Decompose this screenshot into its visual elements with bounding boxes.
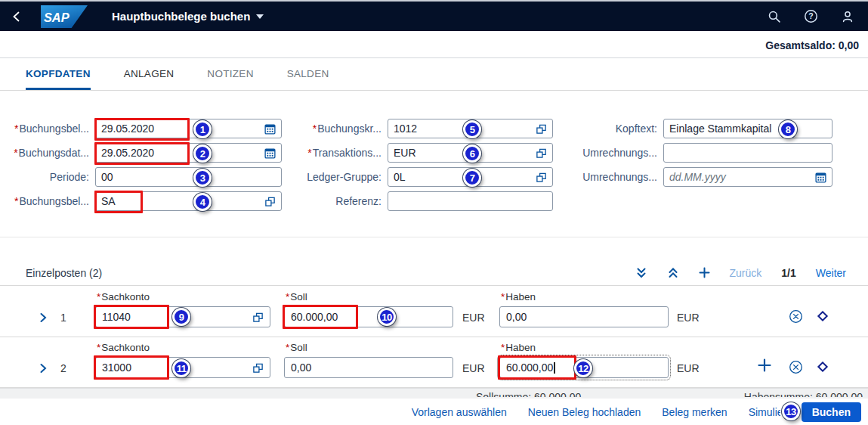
periode-input[interactable]: 00 — [95, 167, 282, 187]
column-label-soll: Soll — [290, 342, 307, 353]
field-periode: Periode: 00 — [6, 167, 282, 187]
umrechnungskurs-input[interactable] — [663, 143, 832, 163]
calendar-icon[interactable] — [264, 147, 276, 159]
field-umrechnungsdatum: Umrechnungs... dd.MM.yyyy — [529, 167, 832, 187]
back-icon[interactable] — [11, 11, 23, 23]
diamond-icon[interactable] — [816, 309, 829, 323]
required-asterisk: * — [97, 342, 100, 353]
gesamtsaldo-value: Gesamtsaldo: 0,00 — [765, 39, 859, 51]
field-value: 31000 — [102, 361, 131, 374]
field-value: 11040 — [102, 311, 131, 323]
field-buchungsbelegart: *Buchungsbel... SA — [6, 191, 282, 211]
row-index: 1 — [60, 312, 66, 324]
required-asterisk: * — [286, 291, 289, 302]
haben-input[interactable]: 0,00 — [499, 306, 669, 327]
field-value: Einlage Stammkapital — [669, 123, 771, 135]
field-label: Transaktions... — [313, 147, 381, 159]
currency-label: EUR — [677, 312, 700, 324]
required-asterisk: * — [14, 195, 18, 207]
soll-input[interactable]: 0,00 — [284, 357, 453, 378]
required-asterisk: * — [14, 147, 17, 159]
buchungsbelegart-input[interactable]: SA — [95, 191, 282, 211]
pager-next-link[interactable]: Weiter — [816, 267, 846, 279]
field-ledger-gruppe: Ledger-Gruppe: 0L — [281, 167, 553, 187]
field-value: 29.05.2020 — [101, 147, 154, 159]
expand-all-icon[interactable] — [635, 267, 647, 279]
search-icon[interactable] — [768, 10, 781, 23]
row-index: 2 — [60, 362, 66, 374]
column-label-haben: Haben — [505, 342, 536, 353]
field-transaktionswaehrung: *Transaktions... EUR — [281, 143, 553, 163]
column-label-sachkonto: Sachkonto — [101, 291, 150, 302]
sollsumme-value: Sollsumme: 60.000,00 — [476, 391, 581, 397]
field-value: 1012 — [394, 123, 417, 135]
totals-row-clipped: Sollsumme: 60.000,00 Habensumme: 60.000,… — [476, 391, 863, 397]
value-help-icon[interactable] — [252, 312, 264, 323]
field-label: Referenz: — [335, 195, 381, 207]
app-title-menu[interactable]: Hauptbuchbelege buchen — [112, 10, 264, 23]
buchen-button[interactable]: Buchen — [802, 402, 861, 422]
buchungsdatum-input[interactable]: 29.05.2020 — [95, 143, 282, 163]
field-value: 0,00 — [506, 311, 527, 323]
sap-fiori-page: SAP Hauptbuchbelege buchen ? Gesamtsaldo… — [0, 0, 868, 425]
field-label: Ledger-Gruppe: — [307, 171, 381, 183]
beleg-merken-link[interactable]: Beleg merken — [662, 406, 727, 418]
tab-kopfdaten[interactable]: KOPFDATEN — [26, 58, 91, 90]
annotation-circle-7: 7 — [463, 169, 481, 187]
field-placeholder: dd.MM.yyyy — [669, 171, 726, 183]
required-asterisk: * — [97, 291, 100, 302]
field-label: Buchungskr... — [317, 123, 381, 135]
umrechnungsdatum-input[interactable]: dd.MM.yyyy — [663, 167, 832, 187]
tab-anlagen[interactable]: ANLAGEN — [124, 58, 175, 90]
buchungsbelegdatum-input[interactable]: 29.05.2020 — [95, 119, 282, 138]
user-icon[interactable] — [841, 10, 854, 23]
field-label: Buchungsdat... — [19, 147, 89, 159]
field-label: Periode: — [50, 171, 89, 183]
field-value: 60.000,00 — [291, 311, 338, 323]
annotation-circle-13: 13 — [782, 402, 800, 420]
collapse-all-icon[interactable] — [667, 267, 679, 279]
value-help-icon[interactable] — [264, 196, 276, 207]
vorlagen-auswaehlen-link[interactable]: Vorlagen auswählen — [412, 406, 507, 418]
delete-row-icon[interactable] — [789, 360, 803, 374]
annotation-circle-2: 2 — [193, 144, 212, 163]
text-cursor — [554, 362, 555, 374]
value-help-icon[interactable] — [252, 362, 264, 374]
currency-label: EUR — [677, 362, 700, 374]
soll-input[interactable]: 60.000,00 — [284, 306, 453, 327]
add-line-item-icon[interactable] — [757, 358, 772, 373]
field-buchungsbelegdatum: *Buchungsbel... 29.05.2020 — [6, 119, 282, 138]
simulieren-link[interactable]: Simulieren — [749, 406, 780, 418]
required-asterisk: * — [286, 342, 289, 353]
annotation-circle-4: 4 — [193, 193, 212, 211]
annotation-circle-12: 12 — [574, 359, 592, 377]
tab-notizen[interactable]: NOTIZEN — [207, 58, 253, 90]
pager-back-link[interactable]: Zurück — [730, 267, 762, 279]
currency-label: EUR — [462, 362, 485, 374]
referenz-input[interactable] — [388, 191, 553, 211]
expand-row-icon[interactable] — [38, 363, 48, 374]
column-label-haben: Haben — [505, 291, 536, 302]
line-item-row-2: 2 *Sachkonto 31000 *Soll 0,00 EUR *Haben… — [0, 337, 868, 388]
field-value: 00 — [101, 171, 113, 183]
add-row-icon[interactable] — [699, 267, 710, 278]
annotation-circle-9: 9 — [172, 308, 190, 326]
diamond-icon[interactable] — [816, 360, 829, 374]
help-icon[interactable]: ? — [804, 9, 818, 23]
neuen-beleg-hochladen-link[interactable]: Neuen Beleg hochladen — [528, 406, 641, 418]
expand-row-icon[interactable] — [38, 312, 48, 323]
kopftext-input[interactable]: Einlage Stammkapital — [663, 119, 832, 138]
field-buchungskreis: *Buchungskr... 1012 — [281, 119, 553, 138]
annotation-circle-8: 8 — [779, 120, 797, 138]
field-referenz: Referenz: — [281, 191, 553, 211]
field-value: 60.000,00 — [506, 361, 553, 374]
field-value: EUR — [394, 147, 416, 159]
field-buchungsdatum: *Buchungsdat... 29.05.2020 — [6, 143, 282, 163]
calendar-icon[interactable] — [264, 123, 276, 135]
field-label: Kopftext: — [616, 123, 657, 135]
calendar-icon[interactable] — [815, 172, 826, 183]
delete-row-icon[interactable] — [789, 309, 803, 324]
line-items-toolbar: Einzelposten (2) Zurück 1/1 Weiter — [0, 260, 868, 286]
field-value: 0,00 — [291, 361, 311, 374]
tab-salden[interactable]: SALDEN — [287, 58, 329, 90]
